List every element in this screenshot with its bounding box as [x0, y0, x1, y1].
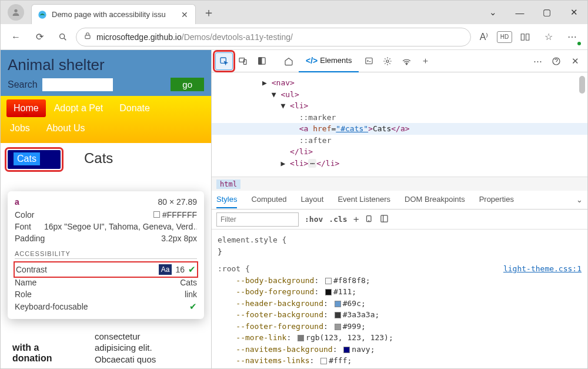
search-icon[interactable]: [52, 28, 74, 46]
dom-tree[interactable]: ▶ <nav> ▼ <ul> ▼ <li> ::marker <a href="…: [212, 72, 587, 177]
svg-rect-4: [85, 35, 90, 39]
nav-donate[interactable]: Donate: [111, 99, 158, 117]
devtools-close-icon[interactable]: ✕: [566, 52, 584, 70]
nav-jobs[interactable]: Jobs: [6, 119, 38, 137]
css-property-row[interactable]: --footer-foreground: #999;: [218, 321, 582, 333]
css-property-row[interactable]: --more-link: rgb(123, 123, 123);: [218, 332, 582, 344]
event-listeners-tab[interactable]: Event Listeners: [338, 191, 390, 208]
console-icon[interactable]: [360, 52, 377, 70]
contrast-row: Contrast Aa 16 ✔: [15, 262, 197, 277]
properties-tab[interactable]: Properties: [479, 191, 514, 208]
chevron-down-icon[interactable]: ⌄: [576, 195, 583, 204]
accessibility-heading: ACCESSIBILITY: [15, 250, 197, 259]
page-title: Animal shelter: [8, 56, 204, 74]
nav-home[interactable]: Home: [6, 99, 46, 117]
help-icon[interactable]: [547, 52, 565, 70]
inspect-tooltip: a 80 × 27.89 Color #FFFFFF Font 16px "Se…: [8, 191, 204, 319]
svg-rect-9: [258, 58, 261, 64]
tab-title: Demo page with accessibility issu: [52, 10, 180, 19]
tooltip-tag: a: [15, 197, 19, 207]
devtools-panel: </>Elements ＋ ⋯ ✕: [211, 50, 587, 368]
cls-toggle[interactable]: .cls: [329, 215, 347, 224]
maximize-button[interactable]: ▢: [533, 3, 560, 22]
dom-breakpoints-tab[interactable]: DOM Breakpoints: [405, 191, 465, 208]
search-go-button[interactable]: go: [171, 78, 204, 91]
sidebar-nav: Cats: [8, 150, 61, 169]
welcome-icon[interactable]: [280, 52, 298, 70]
css-property-row[interactable]: --navhover-background: dodgerblue;: [218, 367, 582, 369]
close-button[interactable]: ✕: [560, 3, 587, 22]
css-property-row[interactable]: --navitems-background: navy;: [218, 344, 582, 355]
css-property-row[interactable]: --navitems-links: #fff;: [218, 355, 582, 367]
new-rule-icon[interactable]: +: [353, 214, 359, 225]
color-swatch: [153, 211, 160, 218]
svg-line-3: [64, 38, 66, 40]
styles-tab[interactable]: Styles: [216, 191, 237, 208]
search-input[interactable]: [42, 78, 113, 91]
tooltip-dims: 80 × 27.89: [158, 197, 197, 207]
browser-tab[interactable]: Demo page with accessibility issu ✕: [31, 4, 196, 24]
tab-close-icon[interactable]: ✕: [180, 10, 189, 19]
cats-heading: Cats: [84, 150, 113, 169]
reading-list-icon[interactable]: [514, 28, 536, 46]
css-property-row[interactable]: --footer-background: #3a3a3a;: [218, 309, 582, 321]
refresh-button[interactable]: ⟳: [29, 28, 50, 46]
hov-toggle[interactable]: :hov: [305, 215, 323, 224]
css-property-row[interactable]: --body-foreground: #111;: [218, 286, 582, 298]
page-partial-text2: consectetur adipisicing elit. Obcaecati …: [95, 331, 156, 365]
svg-rect-15: [380, 215, 387, 221]
sources-icon[interactable]: [379, 52, 396, 70]
contrast-badge: Aa: [159, 264, 172, 275]
svg-point-12: [406, 64, 407, 64]
layout-tab[interactable]: Layout: [300, 191, 323, 208]
page-partial-text: with adonation: [12, 343, 52, 364]
window-titlebar: Demo page with accessibility issu ✕ ＋ ⌄ …: [1, 1, 587, 24]
scrollbar[interactable]: [579, 76, 585, 94]
caret-down-icon[interactable]: ⌄: [479, 3, 506, 22]
dom-breadcrumb[interactable]: html: [212, 177, 587, 191]
new-tab-button[interactable]: ＋: [199, 3, 218, 22]
nav-adopt[interactable]: Adopt a Pet: [46, 99, 112, 117]
computed-tab[interactable]: Computed: [251, 191, 286, 208]
minimize-button[interactable]: ―: [506, 3, 533, 22]
nav-about[interactable]: About Us: [38, 119, 93, 137]
address-bar: ← ⟳ microsoftedge.github.io/Demos/devtoo…: [1, 24, 587, 50]
source-link[interactable]: light-theme.css:1: [503, 263, 582, 275]
profile-icon[interactable]: [8, 4, 24, 21]
inspect-element-button[interactable]: [215, 52, 233, 70]
styles-filter-input[interactable]: [216, 212, 299, 227]
lock-icon: [83, 32, 92, 42]
edge-icon: [38, 10, 47, 19]
svg-point-0: [14, 9, 17, 12]
toggle-icon[interactable]: [365, 214, 374, 225]
more-icon[interactable]: ⋯: [562, 28, 583, 46]
device-toggle-button[interactable]: [234, 52, 252, 70]
url-input[interactable]: microsoftedge.github.io/Demos/devtools-a…: [76, 28, 471, 46]
elements-tab[interactable]: </>Elements: [299, 50, 359, 72]
favorite-icon[interactable]: ☆: [538, 28, 559, 46]
computed-icon[interactable]: [380, 214, 389, 225]
styles-body[interactable]: element.style { } light-theme.css:1 :roo…: [212, 230, 587, 368]
nav-cats-link[interactable]: Cats: [14, 152, 40, 165]
hd-icon[interactable]: HD: [497, 31, 512, 43]
svg-point-11: [386, 60, 389, 62]
search-label: Search: [8, 79, 38, 90]
css-property-row[interactable]: --body-background: #f8f8f8;: [218, 275, 582, 287]
check-icon: ✔: [189, 301, 197, 312]
svg-point-2: [60, 34, 65, 38]
check-icon: ✔: [188, 264, 196, 275]
svg-rect-10: [366, 58, 372, 64]
page-viewport: Animal shelter Search go Home Adopt a Pe…: [1, 50, 211, 368]
more-tabs-button[interactable]: ＋: [416, 52, 434, 70]
read-aloud-icon[interactable]: A⁾: [473, 28, 495, 46]
network-icon[interactable]: [397, 52, 415, 70]
back-button[interactable]: ←: [5, 28, 26, 46]
css-property-row[interactable]: --header-background: #69c;: [218, 298, 582, 310]
dock-side-icon[interactable]: [253, 52, 270, 70]
devtools-more-icon[interactable]: ⋯: [529, 52, 546, 70]
